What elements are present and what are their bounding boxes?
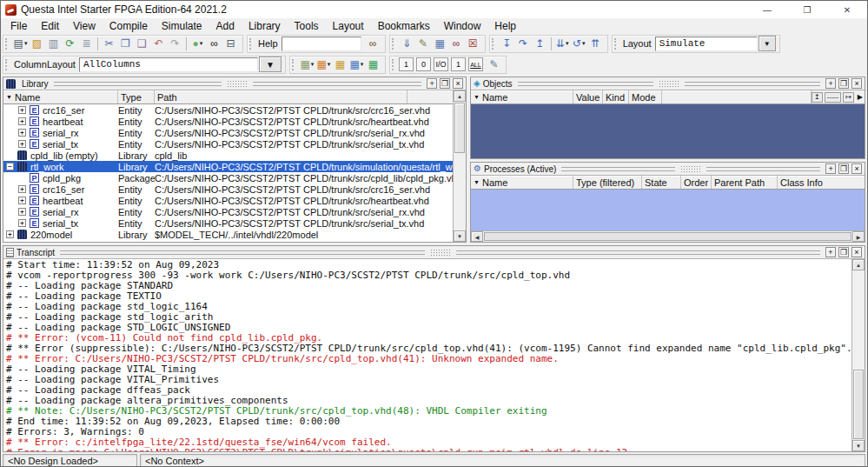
restore-button[interactable]: ❐ [787,1,827,18]
library-col-name[interactable]: ▼ Name [3,90,118,103]
radix-all-button[interactable]: ALL [468,57,483,71]
close-button[interactable]: ✕ [827,1,867,18]
simulate-button[interactable]: ▦ [432,36,448,52]
compile-button[interactable]: ⇓ [399,36,415,52]
radix-one-boxed-button[interactable]: 1 [451,57,466,71]
edit-mode-button[interactable]: ✎ [486,57,502,73]
step-over-button[interactable]: ↺▾ [571,36,587,52]
processes-col-name[interactable]: ▼ Name [471,176,573,189]
library-row[interactable]: +Eserial_rxEntityC:/Users/NIHO-PC3/SCST2… [3,127,453,138]
expand-icon[interactable]: + [18,140,26,148]
panel-undock-button[interactable]: ❐ [838,247,849,257]
menu-compile[interactable]: Compile [103,20,155,32]
menu-view[interactable]: View [66,20,103,32]
panel-undock-button[interactable]: ❐ [838,78,849,89]
panel-close-button[interactable]: × [851,247,862,257]
expand-icon[interactable]: + [18,129,26,137]
objects-col-name[interactable]: ▼ Name [471,90,573,103]
layout-select[interactable]: Simulate [655,37,758,51]
library-row[interactable]: +220modelLibrary$MODEL_TECH/../intel/vhd… [3,229,453,240]
add-to-wave-button[interactable]: ▦▾ [315,57,332,73]
menu-edit[interactable]: Edit [34,20,66,32]
objects-insert-button[interactable]: ↥ [812,92,823,103]
scroll-down-icon[interactable]: ▼ [454,230,466,242]
objects-filter-button[interactable]: ----- [825,92,841,103]
objects-col-kind[interactable]: Kind [603,90,629,103]
radix-1-button[interactable]: 1 [399,57,414,71]
menu-add[interactable]: Add [209,20,242,32]
columnlayout-select[interactable]: AllColumns [79,57,258,72]
library-row[interactable]: +EheartbeatEntityC:/Users/NIHO-PC3/SCST2… [3,116,453,127]
menu-layout[interactable]: Layout [326,20,371,32]
library-row[interactable]: +Eserial_txEntityC:/Users/NIHO-PC3/SCST2… [3,217,453,229]
export-wave-button[interactable]: ▦ [365,57,381,73]
expand-icon[interactable]: + [18,106,26,114]
scrollbar-thumb[interactable] [454,103,465,153]
panel-close-button[interactable]: × [453,78,463,89]
compile-all-button[interactable]: ✎ [415,36,432,52]
library-col-path[interactable]: Path [155,90,407,103]
run-button[interactable]: ↷ [515,36,532,52]
new-file-button[interactable]: ▤▾ [12,36,29,52]
library-row[interactable]: +Eserial_txEntityC:/Users/NIHO-PC3/SCST2… [3,138,453,150]
panel-add-button[interactable]: + [825,78,836,89]
radix-0-button[interactable]: 0 [416,57,431,71]
expand-icon[interactable]: + [18,197,26,204]
menu-bookmarks[interactable]: Bookmarks [371,20,437,32]
scrollbar-thumb[interactable] [853,370,864,439]
drag-grip[interactable] [680,165,701,173]
scrollbar-thumb[interactable] [484,232,851,241]
library-row[interactable]: +Ecrc16_serEntityC:/Users/NIHO-PC3/SCST2… [3,104,453,116]
redo-button[interactable]: ↷ [167,36,183,52]
objects-col-mode[interactable]: Mode [629,90,662,103]
print-button[interactable]: ≣ [78,36,95,52]
layout-dropdown-button[interactable]: ▼ [759,36,776,51]
panel-add-button[interactable]: + [825,247,836,257]
collapse-icon[interactable]: − [6,163,14,170]
help-input[interactable] [282,37,361,51]
step-button[interactable]: ⇊▾ [554,36,571,52]
open-folder-button[interactable]: ▨ [29,36,45,52]
library-col-type[interactable]: Type [118,90,155,103]
processes-col-parent-path[interactable]: Parent Path [712,176,778,189]
expand-icon[interactable]: + [6,230,14,238]
drag-grip[interactable] [227,80,248,88]
hierarchy-button[interactable]: ⊟ [222,36,239,52]
library-row[interactable]: Pcpld_pkgPackageC:/Users/NIHO-PC3/SCST2/… [3,172,453,183]
minimize-button[interactable]: — [747,1,787,18]
menu-tools[interactable]: Tools [288,20,326,32]
panel-add-button[interactable]: + [427,78,437,89]
library-row[interactable]: −rtl_workLibraryC:/Users/NIHO-PC3/SCST2/… [3,161,453,172]
panel-undock-button[interactable]: ❐ [838,163,849,174]
scroll-left-icon[interactable]: ◀ [471,231,483,242]
find-button[interactable]: ∞ [206,36,222,52]
expand-icon[interactable]: + [18,208,26,216]
scroll-up-icon[interactable]: ▲ [454,90,466,102]
library-row[interactable]: +Ecrc16_serEntityC:/Users/NIHO-PC3/SCST2… [3,183,453,195]
drag-grip[interactable] [659,80,679,88]
continue-run-button[interactable]: ↥ [532,36,548,52]
edit-wave-button[interactable]: ▦ [332,57,348,73]
library-scrollbar[interactable]: ▲ ▼ [453,90,466,242]
menu-file[interactable]: File [3,20,34,32]
panel-close-button[interactable]: × [851,163,862,174]
objects-apply-button[interactable]: ↦ [843,92,854,103]
copy-button[interactable]: ❐ [117,36,134,52]
scroll-up-icon[interactable]: ▲ [852,259,865,270]
cut-button[interactable]: ✂ [101,36,117,52]
stop-button[interactable]: ☒ [465,36,481,52]
transcript-scrollbar[interactable]: ▲ ▼ [851,259,865,451]
library-row[interactable]: +EheartbeatEntityC:/Users/NIHO-PC3/SCST2… [3,195,453,206]
menu-library[interactable]: Library [242,20,288,32]
paste-button[interactable]: ❑ [134,36,150,52]
processes-hscrollbar[interactable]: ◀ ▶ [471,230,865,242]
processes-col-state[interactable]: State [642,176,681,189]
menu-window[interactable]: Window [437,20,488,32]
menu-help[interactable]: Help [487,20,523,32]
reload-button[interactable]: ⟳ [62,36,78,52]
library-row[interactable]: +Eserial_rxEntityC:/Users/NIHO-PC3/SCST2… [3,206,453,217]
library-row[interactable]: cpld_lib (empty)Librarycpld_lib [3,150,453,161]
panel-add-button[interactable]: + [825,163,836,174]
expand-icon[interactable]: + [18,117,26,125]
run-options-button[interactable]: ●▾ [189,36,206,52]
